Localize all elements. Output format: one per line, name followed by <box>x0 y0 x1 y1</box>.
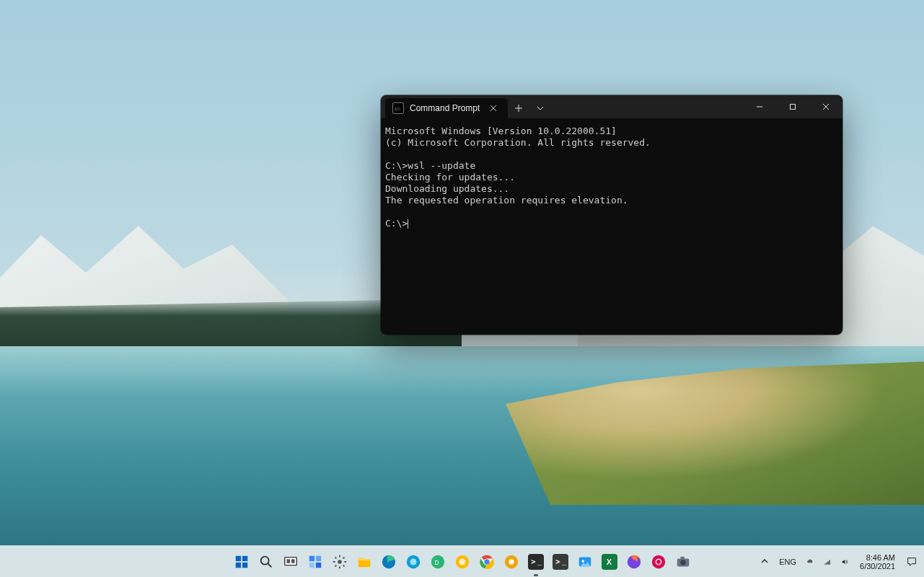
svg-text:C:\: C:\ <box>395 106 401 111</box>
photos-icon <box>577 554 593 570</box>
terminal-line: Downloading updates... <box>385 183 509 194</box>
taskbar-app-edge[interactable] <box>378 551 400 573</box>
debian-icon <box>651 554 666 570</box>
taskbar-app-firefox[interactable] <box>623 551 645 573</box>
svg-rect-11 <box>315 555 320 560</box>
start-icon <box>234 554 250 570</box>
taskbar-app-edge-beta[interactable] <box>402 551 424 573</box>
firefox-icon <box>626 554 642 570</box>
terminal-line: The requested operation requires elevati… <box>385 195 628 206</box>
network-icon[interactable] <box>821 555 834 568</box>
edge-canary-icon <box>454 554 470 570</box>
svg-rect-2 <box>235 555 240 560</box>
edge-icon <box>381 554 397 570</box>
edge-beta-icon <box>405 554 421 570</box>
svg-point-23 <box>484 559 489 564</box>
edge-dev-icon: D <box>430 554 446 570</box>
task-view-icon <box>283 554 299 570</box>
terminal-output[interactable]: Microsoft Windows [Version 10.0.22000.51… <box>381 118 842 237</box>
svg-rect-7 <box>284 557 296 565</box>
svg-rect-10 <box>309 555 314 560</box>
terminal-prompt: C:\> <box>385 218 408 229</box>
taskbar-app-photos[interactable] <box>574 551 596 573</box>
svg-rect-1 <box>791 105 796 110</box>
taskbar-app-chrome-canary[interactable] <box>501 551 522 573</box>
svg-rect-33 <box>680 556 685 559</box>
terminal-tab-cmd[interactable]: C:\ Command Prompt <box>385 98 508 118</box>
terminal-preview-icon: ＞_ <box>553 554 568 570</box>
desktop[interactable]: C:\ Command Prompt <box>0 0 924 577</box>
notifications-button[interactable] <box>904 553 920 571</box>
tab-dropdown-button[interactable] <box>529 98 551 118</box>
widgets-icon <box>307 554 323 570</box>
camera-icon <box>675 554 691 570</box>
minimize-button[interactable] <box>743 95 776 118</box>
settings-icon <box>332 554 348 570</box>
taskbar-app-widgets[interactable] <box>304 551 326 573</box>
command-prompt-icon: C:\ <box>392 102 404 114</box>
close-tab-button[interactable] <box>486 101 501 115</box>
taskbar-app-camera[interactable] <box>672 551 694 573</box>
svg-point-21 <box>459 558 465 565</box>
taskbar-app-edge-dev[interactable]: D <box>427 551 449 573</box>
clock-time: 8:46 AM <box>860 553 895 562</box>
svg-point-17 <box>410 558 416 565</box>
svg-point-6 <box>260 556 268 564</box>
taskbar[interactable]: D＞_＞_X ENG 8:46 AM 6/30/2021 <box>0 545 924 577</box>
taskbar-app-excel[interactable]: X <box>599 551 620 573</box>
terminal-line: (c) Microsoft Corporation. All rights re… <box>385 137 651 148</box>
svg-rect-12 <box>309 562 314 567</box>
search-icon <box>258 554 274 570</box>
terminal-icon: ＞_ <box>528 554 544 570</box>
terminal-line: C:\>wsl --update <box>385 160 475 171</box>
close-window-button[interactable] <box>809 95 842 118</box>
svg-rect-5 <box>242 562 247 567</box>
system-tray: ENG 8:46 AM 6/30/2021 <box>757 546 920 577</box>
svg-rect-3 <box>242 555 247 560</box>
terminal-titlebar[interactable]: C:\ Command Prompt <box>381 95 842 118</box>
excel-icon: X <box>602 554 617 570</box>
clock-date: 6/30/2021 <box>860 562 895 571</box>
taskbar-app-start[interactable] <box>231 551 252 573</box>
onedrive-icon[interactable] <box>804 555 817 568</box>
taskbar-app-terminal-preview[interactable]: ＞_ <box>550 551 571 573</box>
tray-overflow-button[interactable] <box>757 554 772 570</box>
taskbar-app-settings[interactable] <box>329 551 351 573</box>
chrome-canary-icon <box>503 554 519 570</box>
svg-rect-4 <box>235 562 240 567</box>
taskbar-app-search[interactable] <box>255 551 277 573</box>
chrome-icon <box>479 554 495 570</box>
language-indicator[interactable]: ENG <box>776 555 799 569</box>
svg-point-14 <box>338 560 342 564</box>
titlebar-drag-region[interactable] <box>551 95 743 118</box>
taskbar-app-edge-canary[interactable] <box>452 551 473 573</box>
terminal-line: Microsoft Windows [Version 10.0.22000.51… <box>385 125 617 136</box>
svg-point-27 <box>581 560 584 563</box>
svg-point-25 <box>509 559 514 564</box>
terminal-line: Checking for updates... <box>385 172 515 182</box>
svg-point-32 <box>680 560 685 565</box>
file-explorer-icon <box>356 554 372 570</box>
volume-icon[interactable] <box>838 555 851 568</box>
taskbar-app-chrome[interactable] <box>476 551 498 573</box>
terminal-window[interactable]: C:\ Command Prompt <box>381 95 842 335</box>
taskbar-app-file-explorer[interactable] <box>353 551 375 573</box>
svg-rect-13 <box>315 562 320 567</box>
svg-point-29 <box>651 555 664 568</box>
maximize-button[interactable] <box>776 95 809 118</box>
taskbar-app-debian[interactable] <box>648 551 669 573</box>
svg-rect-8 <box>286 559 290 563</box>
new-tab-button[interactable] <box>508 98 529 118</box>
svg-rect-9 <box>291 559 294 563</box>
taskbar-app-task-view[interactable] <box>280 551 302 573</box>
terminal-tab-title: Command Prompt <box>410 103 480 113</box>
taskbar-clock[interactable]: 8:46 AM 6/30/2021 <box>855 552 899 572</box>
taskbar-app-terminal[interactable]: ＞_ <box>525 551 547 573</box>
terminal-cursor <box>408 219 408 229</box>
svg-text:D: D <box>434 559 439 565</box>
taskbar-app-region: D＞_＞_X <box>231 546 694 577</box>
